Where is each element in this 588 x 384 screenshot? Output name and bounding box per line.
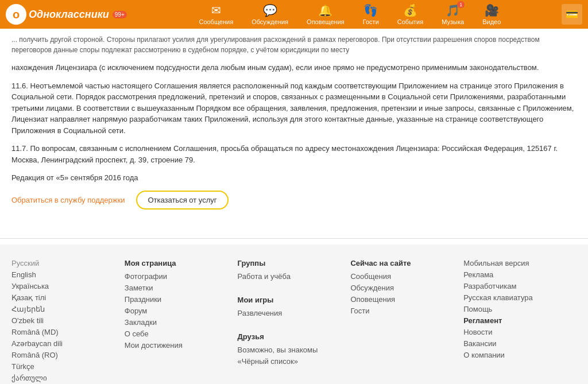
nav-music-label: Музыка (442, 18, 464, 25)
footer-groups-col: Группы Работа и учёба Мои игры Развлечен… (238, 259, 351, 384)
opt-out-button[interactable]: Отказаться от услуг (136, 191, 228, 210)
link-keyboard[interactable]: Русская клавиатура (463, 293, 577, 302)
notifications-icon: 🔔 (318, 3, 332, 17)
link-news[interactable]: Новости (463, 328, 577, 336)
footer-now-on-site-col: Сейчас на сайте Сообщения Обсуждения Опо… (350, 259, 463, 384)
now-on-site-title: Сейчас на сайте (350, 259, 463, 267)
link-regulations[interactable]: Регламент (463, 316, 577, 325)
paragraph-1: нахождения Лицензиара (с исключением под… (11, 62, 577, 73)
link-holidays[interactable]: Праздники (125, 295, 238, 304)
nav-discussions-label: Обсуждения (252, 18, 288, 25)
link-entertainment[interactable]: Развлечения (238, 309, 351, 317)
link-forum[interactable]: Форум (125, 307, 238, 315)
logo-area[interactable]: о Одноклассники 99+ (6, 4, 127, 25)
link-about[interactable]: О себе (125, 329, 238, 338)
link-achievements[interactable]: Мои достижения (125, 341, 238, 350)
footer-my-page-col: Моя страница Фотографии Заметки Праздник… (125, 259, 238, 384)
link-about-company[interactable]: О компании (463, 351, 577, 359)
top-navigation: о Одноклассники 99+ ✉ Сообщения 💬 Обсужд… (0, 0, 588, 29)
logo-icon: о (6, 4, 26, 25)
lang-turkish[interactable]: Türkçe (11, 362, 125, 371)
nav-events[interactable]: 💰 События (388, 1, 432, 28)
discussions-icon: 💬 (263, 3, 277, 17)
nav-right: 💳 (562, 4, 582, 25)
action-links: Обратиться в службу поддержки Отказаться… (11, 191, 577, 210)
lang-armenian[interactable]: Հայերեն (11, 305, 125, 313)
nav-guests-label: Гости (363, 18, 379, 25)
link-help[interactable]: Помощь (463, 305, 577, 313)
link-site-notifications[interactable]: Оповещения (350, 295, 463, 304)
nav-messages-label: Сообщения (199, 18, 233, 25)
lang-romanian-md[interactable]: Română (MD) (11, 328, 125, 336)
nav-video-label: Видео (482, 18, 501, 25)
games-title: Мои игры (238, 296, 351, 304)
paragraph-2: 11.6. Неотъемлемой частью настоящего Сог… (11, 80, 577, 137)
paragraph-3: 11.7. По вопросам, связанным с исполнени… (11, 143, 577, 165)
wallet-icon[interactable]: 💳 (562, 4, 582, 25)
link-maybe-know[interactable]: Возможно, вы знакомы (238, 346, 351, 354)
lang-romanian-ro[interactable]: Română (RO) (11, 351, 125, 359)
link-site-messages[interactable]: Сообщения (350, 272, 463, 281)
nav-video[interactable]: 🎥 Видео (473, 1, 510, 28)
footer: Русский English Українська Қазақ тілі Հա… (0, 245, 588, 384)
events-icon: 💰 (403, 3, 417, 17)
main-content: ... получить другой стороной. Стороны пр… (0, 29, 588, 232)
link-photos[interactable]: Фотографии (125, 272, 238, 281)
groups-title: Группы (238, 259, 351, 267)
my-page-title: Моя страница (125, 259, 238, 267)
lang-georgian[interactable]: ქართული (11, 374, 125, 382)
link-developers[interactable]: Разработчикам (463, 282, 577, 290)
link-blacklist[interactable]: «Чёрный список» (238, 357, 351, 366)
link-site-guests[interactable]: Гости (350, 307, 463, 315)
link-notes[interactable]: Заметки (125, 284, 238, 292)
nav-notifications[interactable]: 🔔 Оповещения (297, 1, 354, 28)
lang-uzbek[interactable]: O'zbek tili (11, 316, 125, 325)
video-icon: 🎥 (485, 3, 499, 17)
friends-title: Друзья (238, 332, 351, 341)
lang-azerbaijani[interactable]: Azərbaycan dili (11, 339, 125, 348)
music-icon: 🎵 1 (446, 3, 460, 17)
messages-icon: ✉ (211, 3, 221, 17)
lang-kazakh[interactable]: Қазақ тілі (11, 293, 125, 302)
nav-events-label: События (397, 18, 423, 25)
nav-messages[interactable]: ✉ Сообщения (189, 1, 242, 28)
music-badge: 1 (457, 1, 465, 8)
content-divider (0, 238, 588, 239)
nav-notifications-label: Оповещения (307, 18, 345, 25)
nav-discussions[interactable]: 💬 Обсуждения (242, 1, 297, 28)
lang-ukrainian[interactable]: Українська (11, 282, 125, 290)
link-vacancies[interactable]: Вакансии (463, 339, 577, 348)
link-site-discussions[interactable]: Обсуждения (350, 284, 463, 292)
edition-text: Редакция от «5» сентября 2016 года (11, 172, 577, 184)
notification-badge: 99+ (113, 11, 127, 18)
link-mobile[interactable]: Мобильная версия (463, 259, 577, 267)
logo-text: Одноклассники (29, 9, 109, 21)
support-link[interactable]: Обратиться в службу поддержки (11, 195, 125, 206)
nav-guests[interactable]: 👣 Гости (354, 1, 388, 28)
footer-more-col: Мобильная версия Реклама Разработчикам Р… (463, 259, 577, 384)
link-work-study[interactable]: Работа и учёба (238, 272, 351, 281)
link-ads[interactable]: Реклама (463, 270, 577, 279)
nav-items: ✉ Сообщения 💬 Обсуждения 🔔 Оповещения 👣 … (138, 1, 562, 28)
paragraph-intro: ... получить другой стороной. Стороны пр… (11, 34, 577, 55)
lang-russian[interactable]: Русский (11, 259, 125, 267)
lang-english[interactable]: English (11, 270, 125, 279)
link-bookmarks[interactable]: Закладки (125, 318, 238, 327)
footer-languages-col: Русский English Українська Қазақ тілі Հա… (11, 259, 125, 384)
guests-icon: 👣 (363, 3, 378, 17)
nav-music[interactable]: 🎵 1 Музыка (432, 1, 473, 28)
footer-columns: Русский English Українська Қазақ тілі Հա… (11, 259, 577, 384)
